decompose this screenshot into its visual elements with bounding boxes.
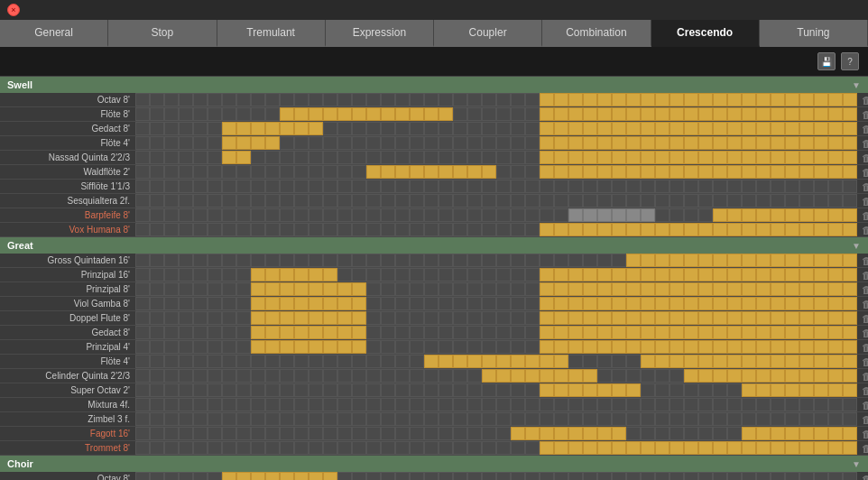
crescendo-cell[interactable] xyxy=(554,297,568,310)
crescendo-cell[interactable] xyxy=(496,151,511,164)
crescendo-cell[interactable] xyxy=(179,165,193,179)
crescendo-cell[interactable] xyxy=(164,107,179,121)
crescendo-cell[interactable] xyxy=(785,208,799,222)
crescendo-cell[interactable] xyxy=(771,136,785,150)
crescendo-cell[interactable] xyxy=(698,282,713,296)
crescendo-cell[interactable] xyxy=(265,254,280,267)
crescendo-cell[interactable] xyxy=(337,297,352,310)
crescendo-cell[interactable] xyxy=(799,326,814,339)
crescendo-cell[interactable] xyxy=(568,441,583,455)
crescendo-cell[interactable] xyxy=(193,311,208,325)
crescendo-cell[interactable] xyxy=(323,282,337,296)
crescendo-cell[interactable] xyxy=(554,472,568,480)
crescendo-cell[interactable] xyxy=(698,326,713,339)
crescendo-cell[interactable] xyxy=(785,326,799,339)
crescendo-cell[interactable] xyxy=(540,268,554,282)
crescendo-cell[interactable] xyxy=(352,412,366,426)
crescendo-cell[interactable] xyxy=(135,472,150,480)
crescendo-cell[interactable] xyxy=(785,427,799,440)
crescendo-cell[interactable] xyxy=(265,282,280,296)
crescendo-cell[interactable] xyxy=(612,223,626,236)
crescendo-cell[interactable] xyxy=(828,427,843,440)
crescendo-cell[interactable] xyxy=(540,472,554,480)
crescendo-cell[interactable] xyxy=(814,180,828,193)
crescendo-cell[interactable] xyxy=(742,412,756,426)
tab-tremulant[interactable]: Tremulant xyxy=(217,20,326,47)
crescendo-cell[interactable] xyxy=(756,151,771,164)
crescendo-cell[interactable] xyxy=(568,180,583,193)
crescendo-cell[interactable] xyxy=(843,369,857,383)
crescendo-cell[interactable] xyxy=(814,151,828,164)
crescendo-cell[interactable] xyxy=(843,398,857,411)
crescendo-cell[interactable] xyxy=(280,311,294,325)
crescendo-cell[interactable] xyxy=(323,223,337,236)
crescendo-cell[interactable] xyxy=(540,151,554,164)
crescendo-cell[interactable] xyxy=(439,427,453,440)
crescendo-cell[interactable] xyxy=(323,268,337,282)
crescendo-cell[interactable] xyxy=(828,441,843,455)
crescendo-cell[interactable] xyxy=(597,472,612,480)
crescendo-cell[interactable] xyxy=(799,93,814,106)
crescendo-cell[interactable] xyxy=(294,136,309,150)
crescendo-cell[interactable] xyxy=(439,254,453,267)
crescendo-cell[interactable] xyxy=(482,398,496,411)
crescendo-cell[interactable] xyxy=(511,383,525,397)
crescendo-cell[interactable] xyxy=(193,369,208,383)
crescendo-cell[interactable] xyxy=(366,441,381,455)
help-icon[interactable]: ? xyxy=(841,52,859,70)
crescendo-cell[interactable] xyxy=(453,93,467,106)
crescendo-cell[interactable] xyxy=(323,398,337,411)
crescendo-cell[interactable] xyxy=(467,107,482,121)
crescendo-cell[interactable] xyxy=(236,151,251,164)
crescendo-cell[interactable] xyxy=(236,136,251,150)
crescendo-cell[interactable] xyxy=(828,398,843,411)
crescendo-cell[interactable] xyxy=(554,355,568,368)
crescendo-cell[interactable] xyxy=(265,107,280,121)
crescendo-cell[interactable] xyxy=(208,93,222,106)
crescendo-cell[interactable] xyxy=(251,297,265,310)
crescendo-cell[interactable] xyxy=(150,311,164,325)
crescendo-cell[interactable] xyxy=(568,254,583,267)
crescendo-cell[interactable] xyxy=(785,311,799,325)
crescendo-cell[interactable] xyxy=(280,208,294,222)
crescendo-cell[interactable] xyxy=(525,268,540,282)
crescendo-cell[interactable] xyxy=(135,441,150,455)
delete-row-button[interactable]: 🗑 xyxy=(857,328,868,338)
crescendo-cell[interactable] xyxy=(583,472,597,480)
crescendo-cell[interactable] xyxy=(612,208,626,222)
crescendo-cell[interactable] xyxy=(669,194,684,208)
crescendo-cell[interactable] xyxy=(684,254,698,267)
crescendo-cell[interactable] xyxy=(669,208,684,222)
crescendo-cell[interactable] xyxy=(280,369,294,383)
crescendo-cell[interactable] xyxy=(828,472,843,480)
crescendo-cell[interactable] xyxy=(265,369,280,383)
crescendo-cell[interactable] xyxy=(323,340,337,354)
crescendo-cell[interactable] xyxy=(814,282,828,296)
crescendo-cell[interactable] xyxy=(453,180,467,193)
crescendo-cell[interactable] xyxy=(265,412,280,426)
crescendo-cell[interactable] xyxy=(208,369,222,383)
crescendo-cell[interactable] xyxy=(395,268,410,282)
crescendo-cell[interactable] xyxy=(597,194,612,208)
crescendo-cell[interactable] xyxy=(771,282,785,296)
crescendo-cell[interactable] xyxy=(135,223,150,236)
crescendo-cell[interactable] xyxy=(150,383,164,397)
crescendo-cell[interactable] xyxy=(583,254,597,267)
crescendo-cell[interactable] xyxy=(309,151,323,164)
crescendo-cell[interactable] xyxy=(467,93,482,106)
crescendo-cell[interactable] xyxy=(395,326,410,339)
crescendo-cell[interactable] xyxy=(381,369,395,383)
crescendo-cell[interactable] xyxy=(366,165,381,179)
crescendo-cell[interactable] xyxy=(655,136,669,150)
crescendo-cell[interactable] xyxy=(294,254,309,267)
crescendo-cell[interactable] xyxy=(554,398,568,411)
crescendo-cell[interactable] xyxy=(626,268,641,282)
crescendo-cell[interactable] xyxy=(337,194,352,208)
crescendo-cell[interactable] xyxy=(439,282,453,296)
crescendo-cell[interactable] xyxy=(698,441,713,455)
crescendo-cell[interactable] xyxy=(828,355,843,368)
crescendo-cell[interactable] xyxy=(727,297,742,310)
crescendo-cell[interactable] xyxy=(381,223,395,236)
crescendo-cell[interactable] xyxy=(179,194,193,208)
crescendo-cell[interactable] xyxy=(208,180,222,193)
